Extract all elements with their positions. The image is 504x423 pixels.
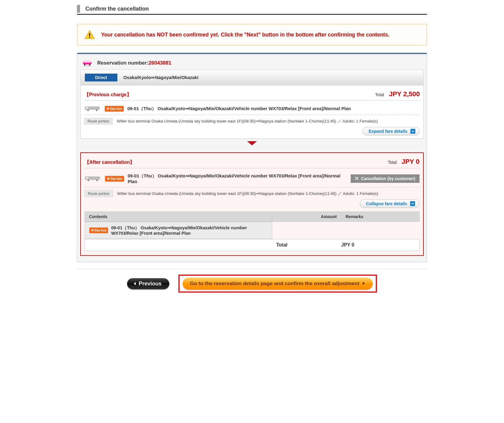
svg-rect-12 <box>86 177 88 179</box>
next-button-label: Go to the reservation details page and c… <box>190 281 359 287</box>
chevron-down-icon <box>410 129 415 134</box>
svg-point-10 <box>96 110 97 111</box>
day-bus-badge: Day bus <box>89 227 108 233</box>
after-trip-description: 09-01（Thu） Osaka/Kyoto⇒Nagoya/Mie/Okazak… <box>128 173 345 184</box>
svg-point-1 <box>89 37 90 38</box>
title-accent <box>77 5 80 13</box>
triangle-left-icon <box>133 281 136 287</box>
expand-fare-details-button[interactable]: Expand fare details <box>362 127 420 135</box>
svg-point-14 <box>96 180 98 181</box>
previous-button[interactable]: Previous <box>127 278 169 289</box>
route-header: Direct Osaka/Kyoto⇒Nagoya/Mie/Okazaki <box>81 70 423 85</box>
table-total-row: Total JPY 0 <box>85 239 419 251</box>
th-remarks: Remarks <box>341 212 419 222</box>
down-arrow-icon <box>80 139 424 148</box>
warning-text: Your cancellation has NOT been confirmed… <box>101 32 390 38</box>
chevron-up-icon <box>410 201 415 206</box>
direct-badge: Direct <box>85 74 117 81</box>
svg-point-13 <box>88 180 89 181</box>
after-total-label: Total <box>388 160 397 165</box>
svg-point-2 <box>83 65 91 67</box>
after-total-value: JPY 0 <box>401 158 419 166</box>
fare-row-contents: 09-01（Thu） Osaka/Kyoto⇒Nagoya/Mie/Okazak… <box>111 225 267 236</box>
collapse-fare-label: Collapse fare details <box>366 201 407 206</box>
table-row: Day bus 09-01（Thu） Osaka/Kyoto⇒Nagoya/Mi… <box>85 222 419 239</box>
collapse-fare-details-button[interactable]: Collapse fare details <box>360 199 419 208</box>
expand-fare-label: Expand fare details <box>369 129 407 134</box>
after-trip-row: Day bus 09-01（Thu） Osaka/Kyoto⇒Nagoya/Mi… <box>85 171 419 187</box>
after-portion-text: Willer bus terminal Osaka Umeda (Umeda s… <box>117 191 378 196</box>
svg-rect-4 <box>83 61 92 63</box>
reservation-card: Reservation number: 26043881 Direct Osak… <box>77 53 427 262</box>
warning-icon <box>84 30 95 40</box>
reservation-number-label: Reservation number: <box>97 60 148 66</box>
cancellation-badge: Cancellation (by customer) <box>351 174 419 183</box>
svg-point-5 <box>84 64 85 66</box>
previous-total-value: JPY 2,500 <box>389 90 420 98</box>
previous-trip-row: Day bus 09-01（Thu） Osaka/Kyoto⇒Nagoya/Mi… <box>84 104 420 115</box>
previous-portion-row: Route portion Willer bus terminal Osaka … <box>84 115 420 126</box>
svg-point-9 <box>87 110 89 111</box>
after-cancellation-heading: 【After cancellation】 <box>85 159 135 166</box>
previous-trip-description: 09-01（Thu） Osaka/Kyoto⇒Nagoya/Mie/Okazak… <box>127 106 351 112</box>
svg-rect-0 <box>89 33 90 36</box>
day-bus-badge: Day bus <box>105 176 124 182</box>
route-portion-badge: Route portion <box>84 118 113 125</box>
day-bus-badge: Day bus <box>105 106 124 112</box>
after-cancellation-panel: 【After cancellation】 Total JPY 0 Day bus <box>80 152 424 256</box>
svg-point-6 <box>89 64 91 66</box>
after-portion-row: Route portion Willer bus terminal Osaka … <box>85 187 419 198</box>
route-portion-badge: Route portion <box>85 190 113 197</box>
bus-side-icon <box>84 106 101 112</box>
cancellation-badge-label: Cancellation (by customer) <box>361 176 415 181</box>
th-contents: Contents <box>85 212 272 222</box>
route-name: Osaka/Kyoto⇒Nagoya/Mie/Okazaki <box>123 75 199 80</box>
bus-side-icon <box>85 176 101 182</box>
bus-icon <box>81 59 93 67</box>
triangle-right-icon <box>362 281 365 287</box>
next-button[interactable]: Go to the reservation details page and c… <box>183 278 372 290</box>
th-amount: Amount <box>272 212 341 222</box>
next-button-highlight: Go to the reservation details page and c… <box>178 275 377 293</box>
page-title-bar: Confirm the cancellation <box>77 3 427 15</box>
fare-total-label: Total <box>272 239 341 251</box>
previous-button-label: Previous <box>139 281 161 287</box>
route-block: Direct Osaka/Kyoto⇒Nagoya/Mie/Okazaki 【P… <box>80 70 424 139</box>
page-title: Confirm the cancellation <box>85 6 149 12</box>
reservation-header: Reservation number: 26043881 <box>80 57 424 70</box>
fare-details-table: Contents Amount Remarks Day bus 09-01（Th… <box>85 212 419 251</box>
previous-portion-text: Willer bus terminal Osaka Umeda (Umeda s… <box>117 119 378 124</box>
warning-banner: Your cancellation has NOT been confirmed… <box>77 24 427 46</box>
footer-buttons: Previous Go to the reservation details p… <box>77 275 427 293</box>
svg-rect-8 <box>86 107 88 109</box>
footer-separator <box>77 269 427 269</box>
fare-total-value: JPY 0 <box>341 239 419 251</box>
previous-charge-panel: 【Previous charge】 Total JPY 2,500 <box>81 85 423 138</box>
reservation-number-value: 26043881 <box>148 60 171 66</box>
previous-charge-heading: 【Previous charge】 <box>84 92 132 98</box>
close-icon <box>355 176 359 181</box>
previous-total-label: Total <box>375 92 384 97</box>
